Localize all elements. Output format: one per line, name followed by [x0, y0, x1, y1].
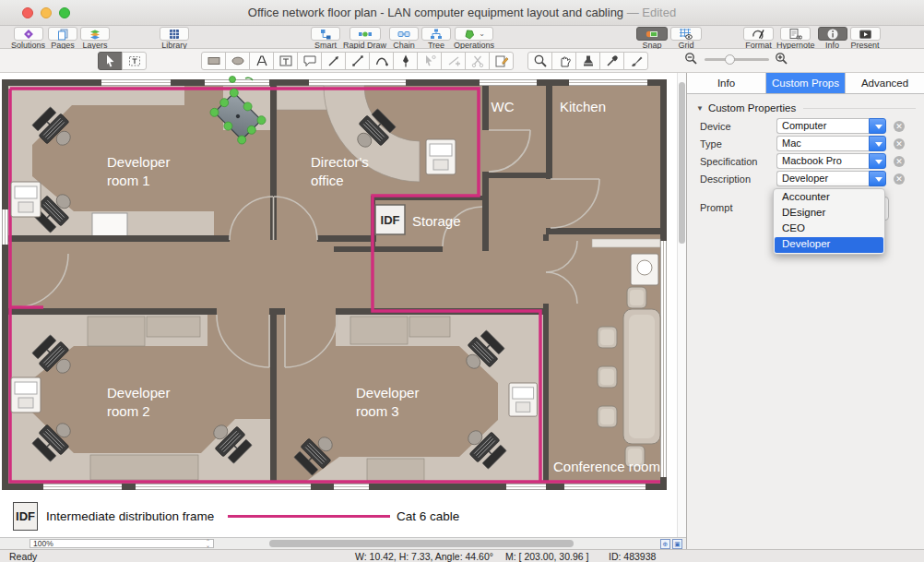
specification-remove-button[interactable]: ✕	[894, 156, 905, 167]
svg-text:office: office	[311, 173, 344, 188]
zoom-slider[interactable]	[705, 58, 769, 61]
status-bar: Ready W: 10.42, H: 7.33, Angle: 44.60° M…	[0, 549, 924, 562]
hypernote-button[interactable]: Hypernote	[776, 27, 815, 50]
device-select[interactable]: Computer	[776, 118, 886, 134]
legend-cable-label: Cat 6 cable	[397, 509, 459, 523]
description-remove-button[interactable]: ✕	[894, 173, 905, 185]
snap-button[interactable]: Snap	[636, 27, 668, 50]
cut-tool[interactable]	[465, 52, 490, 70]
smart-icon	[319, 28, 332, 41]
zoom-in-icon[interactable]	[775, 52, 789, 66]
vertical-scrollbar[interactable]	[677, 73, 686, 537]
pages-button[interactable]: Pages	[48, 27, 77, 50]
description-select[interactable]: Developer	[776, 171, 886, 186]
curve-tool[interactable]	[369, 52, 394, 70]
text-select-tool[interactable]	[122, 52, 147, 70]
line-icon	[350, 54, 365, 68]
solutions-icon	[22, 28, 35, 41]
svg-text:Developer: Developer	[356, 385, 419, 401]
dropdown-option-designer[interactable]: DEsigner	[775, 206, 883, 221]
tab-advanced[interactable]: Advanced	[846, 73, 924, 93]
legend-idf-label: Intermediate distribution frame	[46, 509, 214, 523]
svg-text:Director's: Director's	[311, 154, 369, 170]
node-add-tool[interactable]	[441, 52, 466, 70]
device-dropdown-button[interactable]	[869, 118, 886, 134]
dropdown-option-ceo[interactable]: CEO	[775, 221, 883, 237]
specification-select[interactable]: Macbook Pro	[776, 153, 886, 169]
smart-button[interactable]: Smart	[311, 27, 340, 50]
dropdown-option-developer[interactable]: Developer	[775, 237, 883, 253]
custom-properties-section-header[interactable]: ▼ Custom Properties	[696, 102, 916, 114]
zoom-out-icon[interactable]	[684, 52, 699, 66]
status-mouse-coords: M: [ 203.00, 30.96 ]	[505, 551, 588, 562]
text-box-tool[interactable]	[273, 52, 298, 70]
horizontal-scrollbar[interactable]	[269, 540, 657, 547]
chain-button[interactable]: Chain	[389, 27, 419, 50]
tab-custom-props[interactable]: Custom Props	[766, 73, 846, 93]
dropdown-option-accounter[interactable]: Accounter	[775, 190, 883, 206]
prop-row-description: Description Developer ✕	[687, 171, 924, 188]
device-remove-button[interactable]: ✕	[894, 121, 905, 132]
tree-button[interactable]: Tree	[421, 27, 451, 50]
node-select-icon	[422, 54, 437, 68]
select-tool[interactable]	[98, 52, 123, 70]
zoom-tool[interactable]	[527, 52, 552, 70]
type-select[interactable]: Mac	[776, 136, 886, 151]
eyedropper-icon	[605, 54, 620, 68]
present-icon	[859, 28, 872, 41]
text-select-icon	[127, 54, 142, 68]
type-dropdown-button[interactable]	[869, 136, 886, 151]
callout-tool[interactable]	[297, 52, 322, 70]
drawing-canvas[interactable]: IDF	[0, 73, 686, 537]
tab-info[interactable]: Info	[687, 73, 766, 93]
layers-button[interactable]: Layers	[80, 27, 110, 50]
pan-tool[interactable]	[551, 52, 576, 70]
text-tool[interactable]	[249, 52, 274, 70]
library-icon	[168, 28, 181, 41]
solutions-button[interactable]: Solutions	[11, 27, 45, 50]
svg-text:Conference room: Conference room	[553, 459, 660, 474]
horizontal-scrollbar-thumb[interactable]	[269, 540, 574, 547]
format-brush-tool[interactable]	[623, 52, 648, 70]
scissors-icon	[470, 54, 485, 68]
disclosure-triangle-icon[interactable]: ▼	[696, 104, 704, 113]
vertical-scrollbar-thumb[interactable]	[679, 82, 685, 244]
ellipse-tool[interactable]	[225, 52, 250, 70]
panel-tabs: Info Custom Props Advanced	[687, 73, 924, 94]
arrow-tool[interactable]	[321, 52, 346, 70]
present-button[interactable]: Present	[850, 27, 881, 50]
stamp-tool[interactable]	[575, 52, 600, 70]
rapid-draw-button[interactable]: Rapid Draw	[343, 27, 386, 50]
svg-text:room 1: room 1	[107, 173, 150, 188]
new-shape-tool[interactable]	[489, 52, 514, 70]
operations-button[interactable]: ⌄ Operations	[454, 27, 494, 50]
format-button[interactable]: Format	[743, 27, 774, 50]
new-shape-icon	[494, 54, 509, 68]
eyedropper-tool[interactable]	[599, 52, 624, 70]
node-select-tool[interactable]	[417, 52, 442, 70]
type-remove-button[interactable]: ✕	[894, 138, 905, 149]
specification-dropdown-button[interactable]	[869, 153, 886, 169]
grid-button[interactable]: Grid	[670, 27, 702, 50]
pen-tool[interactable]	[393, 52, 418, 70]
line-tool[interactable]	[345, 52, 370, 70]
main-toolbar: Solutions Pages Layers Library Smart	[0, 26, 924, 49]
info-button[interactable]: Info	[818, 27, 847, 50]
hypernote-icon	[788, 28, 802, 41]
properties-panel: Info Custom Props Advanced ▼ Custom Prop…	[686, 73, 924, 549]
zoom-slider-knob[interactable]	[725, 54, 735, 65]
zoom-level-combo[interactable]: 100% ⌃⌄	[30, 539, 214, 548]
rectangle-tool[interactable]	[201, 52, 226, 70]
actual-size-icon[interactable]: ▣	[672, 539, 682, 549]
node-add-icon	[446, 54, 461, 68]
svg-text:Developer: Developer	[107, 385, 170, 401]
operations-dropdown-chevron[interactable]: ⌄	[479, 30, 485, 38]
fit-page-icon[interactable]: ⊕	[660, 539, 670, 549]
zoom-stepper[interactable]: ⌃⌄	[206, 540, 210, 547]
rotation-handle[interactable]	[230, 77, 236, 83]
library-button[interactable]: Library	[160, 27, 189, 50]
description-dropdown-button[interactable]	[869, 171, 886, 186]
prop-row-type: Type Mac ✕	[687, 136, 924, 153]
chain-icon	[397, 28, 410, 41]
info-icon	[826, 28, 839, 41]
